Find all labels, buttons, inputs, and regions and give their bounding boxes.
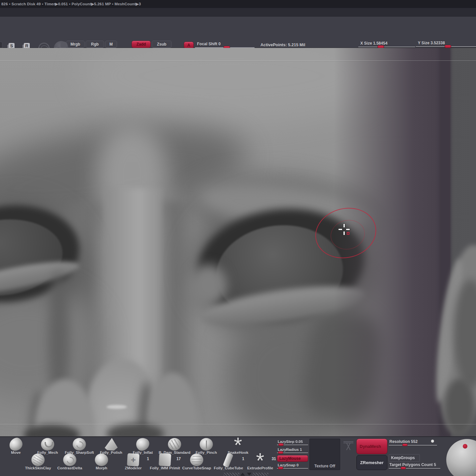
- brush-icon: [127, 439, 159, 450]
- zbrush-app-window: 826 • Scratch Disk 49 • Timer▶0.051 • Po…: [0, 0, 476, 476]
- top-toolbar: S Scale R Rotate Mrgb Rgb M Rgb Intensit…: [0, 17, 476, 48]
- lazy-radius-handle[interactable]: [278, 451, 283, 454]
- resolution-label: Resolution 552: [389, 439, 437, 444]
- canvas-guide-line-top: [0, 60, 476, 61]
- brush-curvetubesnap[interactable]: CurveTubeSnap: [181, 455, 213, 470]
- brush-label: ZModeler: [117, 466, 149, 470]
- titlebar-status: 826 • Scratch Disk 49 • Timer▶0.051 • Po…: [0, 0, 476, 8]
- brush-b-dam-standard[interactable]: B_Dam_Standard: [159, 439, 190, 455]
- brush-icon: [181, 455, 213, 466]
- brush-morph[interactable]: Morph: [86, 455, 117, 470]
- lazy-step-handle[interactable]: [278, 443, 284, 446]
- target-polygons-handle[interactable]: [401, 467, 406, 469]
- y-size-track[interactable]: [416, 46, 476, 47]
- scroll-down-arrow-icon[interactable]: [247, 473, 252, 476]
- focal-shift-label: Focal Shift 0: [195, 42, 255, 46]
- lazy-snap-slider[interactable]: LazySnap 0: [277, 463, 308, 469]
- light-position-dot[interactable]: [463, 444, 467, 449]
- lazy-mouse-button[interactable]: LazyMouse: [277, 455, 308, 462]
- brush-icon: [86, 455, 117, 466]
- y-size-slider[interactable]: Y Size 3.52338: [416, 41, 476, 47]
- status-text: 826 • Scratch Disk 49 • Timer▶0.051 • Po…: [1, 2, 141, 6]
- brush-thickskinclay[interactable]: ThickSkinClay: [22, 455, 54, 470]
- x-size-label: X Size 1.58454: [358, 41, 415, 46]
- brush-tray-row-1: Move Folly_Mech Folly_SharpSoft Folly_Po…: [0, 439, 254, 455]
- brush-icon: [222, 439, 254, 450]
- scroll-up-arrow-icon[interactable]: [240, 473, 245, 476]
- y-size-handle[interactable]: [445, 45, 451, 48]
- brush-icon: [149, 455, 181, 466]
- brush-label: ContrastDelta: [54, 466, 86, 470]
- m-button[interactable]: M: [105, 41, 117, 48]
- brush-icon: [244, 455, 276, 466]
- texture-panel[interactable]: Texture Off: [309, 439, 340, 470]
- brush-label: ThickSkinClay: [22, 466, 54, 470]
- brush-count-badge: 1: [242, 456, 244, 461]
- brush-tray-row-2: ThickSkinClay ContrastDelta Morph ZModel…: [0, 455, 276, 470]
- brush-folly-sharpsoft[interactable]: Folly_SharpSoft: [63, 439, 95, 455]
- brush-count-badge: 17: [177, 456, 181, 461]
- focal-shift-slider[interactable]: Focal Shift 0: [195, 42, 255, 48]
- canvas-guide-line-bottom: [0, 424, 476, 424]
- zadd-button[interactable]: Zadd: [132, 41, 151, 48]
- brush-folly-polish[interactable]: Folly_Polish: [95, 439, 127, 455]
- brush-icon: [159, 439, 190, 450]
- lazy-step-slider[interactable]: LazyStep 0.05: [277, 440, 308, 445]
- brush-count-badge: 1: [147, 456, 149, 461]
- brush-label: CurveTubeSnap: [181, 466, 213, 470]
- brush-move[interactable]: Move: [0, 439, 32, 455]
- brush-icon: [117, 455, 149, 466]
- brush-icon: [213, 455, 244, 466]
- brush-contrastdelta[interactable]: ContrastDelta: [54, 455, 86, 470]
- brush-folly-cubetube[interactable]: Folly_CubeTube 1: [213, 455, 244, 470]
- dynamesh-button[interactable]: DynaMesh: [356, 439, 387, 454]
- texture-off-label: Texture Off: [310, 464, 340, 468]
- mrgb-button[interactable]: Mrgb: [66, 41, 85, 48]
- target-polygons-slider[interactable]: Target Polygons Count 5: [389, 462, 440, 469]
- brush-icon: [0, 439, 32, 450]
- brush-icon: [63, 439, 95, 450]
- remesh-panel-icon[interactable]: [342, 439, 355, 452]
- sculpt-viewport[interactable]: [0, 48, 476, 436]
- auto-masking-a-button[interactable]: A: [184, 42, 194, 49]
- brush-folly-inflat[interactable]: Folly_Inflat: [127, 439, 159, 455]
- brush-label: Move: [0, 451, 32, 455]
- brush-icon: [54, 455, 86, 466]
- lazy-snap-track[interactable]: [277, 468, 308, 469]
- head-art-ear-in2: [444, 378, 475, 436]
- brush-count-badge: 31: [272, 456, 276, 461]
- brush-icon: [95, 439, 127, 450]
- brush-icon: [22, 455, 54, 466]
- scrollbar-hatch-right[interactable]: [253, 473, 268, 476]
- resolution-track[interactable]: [389, 445, 437, 446]
- scrollbar-hatch-left[interactable]: [223, 473, 239, 476]
- brush-icon: [32, 439, 63, 450]
- x-size-track[interactable]: [358, 47, 415, 47]
- brush-cursor-center-square: [347, 232, 349, 235]
- lazy-radius-slider[interactable]: LazyRadius 1: [277, 448, 308, 453]
- lazy-radius-track[interactable]: [277, 453, 308, 453]
- brush-extrudeprofile[interactable]: ExtrudeProfile 31: [244, 455, 276, 470]
- brush-folly-imm-primit[interactable]: Folly_IMM Primit 17: [149, 455, 181, 470]
- zsub-button[interactable]: Zsub: [152, 41, 172, 48]
- target-polygons-track[interactable]: [389, 468, 440, 469]
- resolution-handle[interactable]: [402, 444, 408, 446]
- lazy-step-track[interactable]: [277, 445, 308, 445]
- x-size-slider[interactable]: X Size 1.58454: [358, 41, 415, 47]
- brush-label: Morph: [86, 466, 117, 470]
- menu-bar: [0, 8, 476, 17]
- keepgroups-button[interactable]: KeepGroups: [389, 454, 420, 462]
- y-size-label: Y Size 3.52338: [416, 41, 476, 45]
- lazy-snap-handle[interactable]: [278, 467, 283, 469]
- resolution-slider[interactable]: Resolution 552: [389, 439, 437, 446]
- head-art-eyeR-innerlight: [189, 264, 227, 306]
- brush-folly-mech[interactable]: Folly_Mech: [32, 439, 63, 455]
- head-art-nose-hl: [106, 405, 127, 409]
- rgb-button[interactable]: Rgb: [86, 41, 104, 48]
- brush-icon: [190, 439, 222, 450]
- zremesher-button[interactable]: ZRemesher: [356, 455, 387, 470]
- brush-folly-pinch[interactable]: Folly_Pinch: [190, 439, 222, 455]
- resolution-indicator-dot: [431, 440, 434, 443]
- tray-scrollbar[interactable]: [223, 472, 268, 476]
- brush-zmodeler[interactable]: ZModeler 1: [117, 455, 149, 470]
